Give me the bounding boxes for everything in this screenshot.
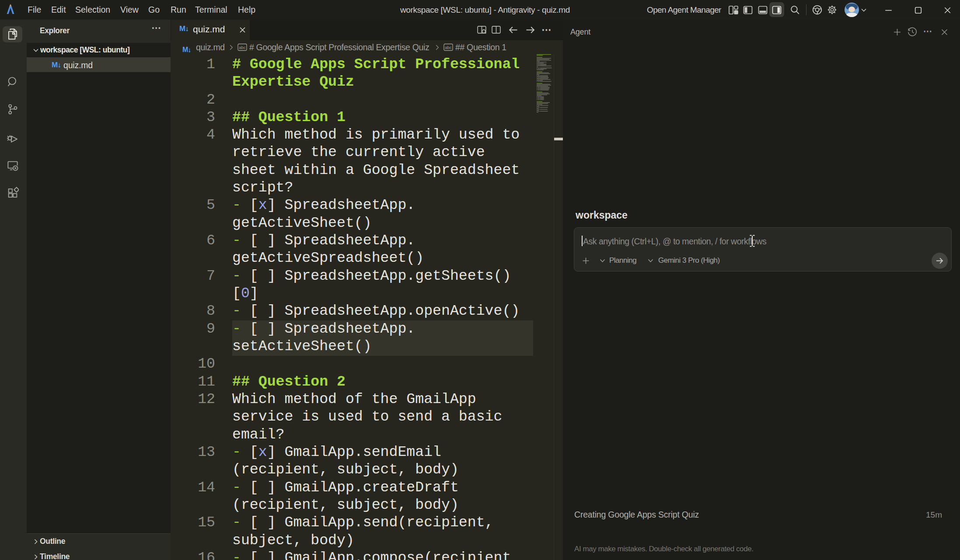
svg-text:abc: abc [239, 45, 246, 50]
svg-text:abc: abc [445, 45, 452, 50]
